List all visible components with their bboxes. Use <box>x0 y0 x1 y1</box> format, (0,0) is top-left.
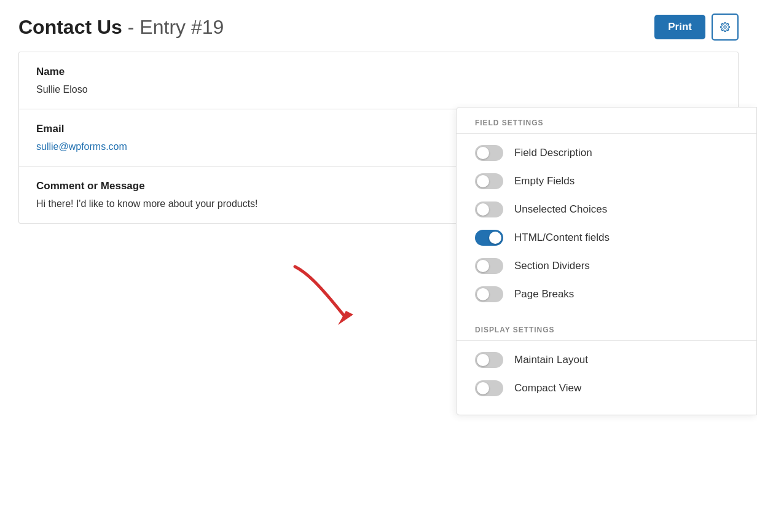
toggle-unselected-choices[interactable] <box>475 201 503 217</box>
toggle-thumb <box>477 288 489 300</box>
toggle-thumb <box>489 232 501 244</box>
toggle-thumb <box>477 203 489 216</box>
entry-label-name: Name <box>36 66 721 78</box>
settings-item-compact-view: Compact View <box>457 374 756 402</box>
toggle-compact-view[interactable] <box>475 380 503 396</box>
toggle-thumb <box>477 175 489 187</box>
display-settings-label: DISPLAY SETTINGS <box>457 315 756 340</box>
label-field-description: Field Description <box>514 147 592 159</box>
entry-number: - Entry #19 <box>122 16 224 38</box>
label-unselected-choices: Unselected Choices <box>514 203 607 216</box>
form-name: Contact Us <box>18 16 122 38</box>
settings-item-page-breaks: Page Breaks <box>457 280 756 308</box>
label-compact-view: Compact View <box>514 382 581 394</box>
label-maintain-layout: Maintain Layout <box>514 354 588 366</box>
settings-item-unselected-choices: Unselected Choices <box>457 195 756 224</box>
table-row: Name Sullie Eloso <box>19 52 738 109</box>
toggle-html-content[interactable] <box>475 230 503 246</box>
label-empty-fields: Empty Fields <box>514 175 575 187</box>
gear-icon <box>720 20 730 34</box>
print-button[interactable]: Print <box>654 15 705 39</box>
toggle-thumb <box>477 354 489 366</box>
toggle-empty-fields[interactable] <box>475 173 503 189</box>
toggle-thumb <box>477 147 489 159</box>
toggle-maintain-layout[interactable] <box>475 352 503 368</box>
svg-marker-1 <box>338 311 353 325</box>
email-link[interactable]: sullie@wpforms.com <box>36 141 127 152</box>
settings-item-maintain-layout: Maintain Layout <box>457 346 756 374</box>
label-html-content: HTML/Content fields <box>514 232 610 244</box>
toggle-thumb <box>477 382 489 394</box>
settings-button[interactable] <box>712 14 739 41</box>
header-actions: Print <box>654 14 739 41</box>
divider <box>457 133 756 134</box>
field-settings-label: FIELD SETTINGS <box>457 108 756 133</box>
svg-point-0 <box>724 26 726 28</box>
toggle-page-breaks[interactable] <box>475 286 503 302</box>
label-section-dividers: Section Dividers <box>514 260 590 272</box>
settings-panel: FIELD SETTINGS Field Description Empty F… <box>456 107 757 415</box>
settings-item-field-description: Field Description <box>457 139 756 167</box>
page-title: Contact Us - Entry #19 <box>18 16 224 39</box>
settings-item-section-dividers: Section Dividers <box>457 252 756 280</box>
settings-item-empty-fields: Empty Fields <box>457 167 756 195</box>
main-content: Name Sullie Eloso Email sullie@wpforms.c… <box>0 52 757 224</box>
page-header: Contact Us - Entry #19 Print <box>0 0 757 52</box>
divider <box>457 340 756 341</box>
toggle-thumb <box>477 260 489 272</box>
entry-value-name: Sullie Eloso <box>36 84 721 95</box>
label-page-breaks: Page Breaks <box>514 288 574 300</box>
toggle-field-description[interactable] <box>475 145 503 161</box>
settings-item-html-content: HTML/Content fields <box>457 224 756 252</box>
arrow-annotation <box>258 260 393 337</box>
toggle-section-dividers[interactable] <box>475 258 503 274</box>
arrow-svg <box>258 260 393 334</box>
